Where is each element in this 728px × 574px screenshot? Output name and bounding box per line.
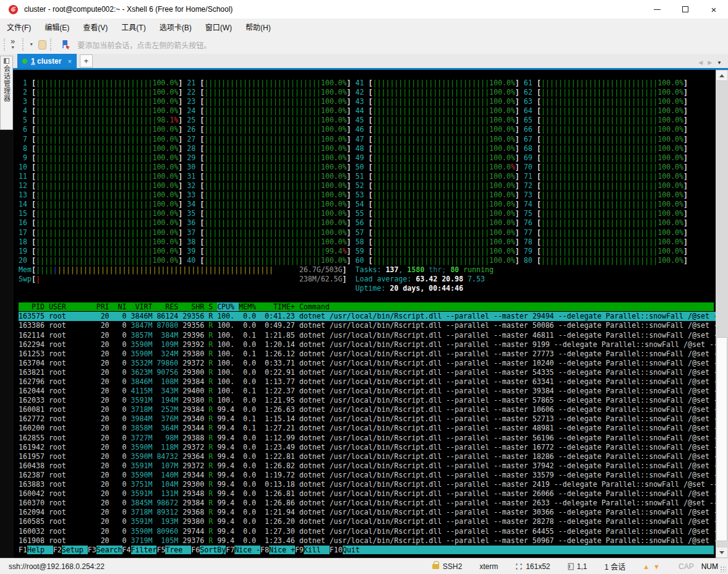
process-row[interactable]: 160585 root 20 0 3591M 193M 29380 R 99.4… <box>19 517 716 526</box>
menu-tab[interactable]: 选项卡(B) <box>153 19 199 35</box>
sort-column-header: CPU% <box>217 302 239 311</box>
new-tab-button[interactable]: + <box>80 54 93 67</box>
menu-help[interactable]: 帮助(H) <box>239 19 278 35</box>
connection-url: ssh://root@192.168.0.254:22 <box>9 562 105 571</box>
process-row[interactable]: 160042 root 20 0 3591M 131M 29348 R 99.4… <box>19 489 716 499</box>
tab-scroll-right-icon[interactable]: ▶ <box>708 59 712 66</box>
session-manager-side-tab[interactable]: 会话管理器 <box>0 56 13 130</box>
tab-bar: 1 cluster × + ◀ ▶ ▼ <box>0 54 728 70</box>
process-row[interactable]: 162855 root 20 0 3727M 98M 29388 R 99.4 … <box>19 434 716 443</box>
highlight-swatch-icon[interactable] <box>38 40 46 49</box>
lock-icon <box>432 564 439 569</box>
cpu-meter-row: 4 [|||||||||||||||||||||||||||100.0%] 24… <box>19 106 716 116</box>
process-row[interactable]: 162044 root 20 0 4115M 343M 29400 R 100.… <box>19 387 716 396</box>
cpu-meter-row: 15 [|||||||||||||||||||||||||||100.0%] 3… <box>19 209 716 218</box>
fkey-action: Nice + <box>269 546 295 554</box>
scrollbar-up-icon[interactable] <box>716 70 728 81</box>
process-row[interactable]: 163821 root 20 0 3623M 90756 29300 R 100… <box>19 368 716 377</box>
process-row[interactable]: 163386 root 20 0 3847M 87080 29356 R 100… <box>19 321 716 330</box>
cpu-meter-row: 7 [|||||||||||||||||||||||||||100.0%] 27… <box>19 135 716 144</box>
memory-meter-row: Mem[||||||||||||||||||||||||||||||||||||… <box>19 265 716 275</box>
fkey-action: SortBy <box>200 546 226 554</box>
terminal[interactable]: 1 [|||||||||||||||||||||||||||100.0%] 21… <box>14 70 716 558</box>
process-row[interactable]: 161908 root 20 0 3719M 105M 29376 R 99.4… <box>19 536 716 546</box>
process-row[interactable]: 161253 root 20 0 3590M 324M 29380 R 100.… <box>19 349 716 359</box>
close-button[interactable]: × <box>700 0 728 19</box>
cpu-meter-row: 17 [|||||||||||||||||||||||||||100.0%] 3… <box>19 228 716 238</box>
cpu-meter-row: 16 [|||||||||||||||||||||||||||100.0%] 3… <box>19 218 716 228</box>
fkey-label: F10 <box>330 546 343 554</box>
process-row[interactable]: 161942 root 20 0 3590M 118M 29372 R 99.4… <box>19 443 716 452</box>
tab-cluster[interactable]: 1 cluster × <box>17 54 77 68</box>
menu-tools[interactable]: 工具(T) <box>114 19 152 35</box>
process-row[interactable]: 162796 root 20 0 3846M 108M 29384 R 100.… <box>19 377 716 387</box>
fkey-label: F2 <box>53 546 62 554</box>
tab-scroll-left-icon[interactable]: ◀ <box>698 59 703 66</box>
caps-lock-indicator: CAP <box>679 562 694 571</box>
minimize-button[interactable] <box>643 0 671 19</box>
process-row[interactable]: 163704 root 20 0 3532M 79860 29372 R 100… <box>19 359 716 368</box>
terminal-type-label: xterm <box>479 562 498 571</box>
process-row[interactable]: 160081 root 20 0 3718M 252M 29384 R 99.4… <box>19 405 716 414</box>
menu-bar: 文件(F) 编辑(E) 查看(V) 工具(T) 选项卡(B) 窗口(W) 帮助(… <box>0 19 728 35</box>
cpu-meter-row: 19 [|||||||||||||||||||||||||||100.0%] 3… <box>19 247 716 256</box>
process-row[interactable]: 163883 root 20 0 3751M 104M 29300 R 99.4… <box>19 480 716 489</box>
blank-line <box>19 293 716 302</box>
swap-meter-row: Swp[| 238M/62.5G] Load average: 63.42 20… <box>19 275 716 284</box>
fkey-action: Tree <box>165 546 191 554</box>
scrollbar[interactable] <box>716 70 728 558</box>
cpu-meter-row: 11 [|||||||||||||||||||||||||||100.0%] 3… <box>19 172 716 181</box>
cpu-meter-row: 18 [|||||||||||||||||||||||||||100.0%] 3… <box>19 238 716 247</box>
scrollbar-thumb[interactable] <box>716 337 727 541</box>
terminal-size-label: 161x52 <box>526 562 550 571</box>
chevron-down-icon: ▼ <box>29 41 33 48</box>
process-row[interactable]: 161957 root 20 0 3590M 84732 29364 R 99.… <box>19 452 716 461</box>
panel-icon <box>4 58 9 64</box>
menu-edit[interactable]: 编辑(E) <box>38 19 76 35</box>
fkey-action: Nice - <box>234 546 260 554</box>
toolbar-hint-text: 要添加当前会话，点击左侧的箭头按钮。 <box>77 40 211 50</box>
process-row[interactable]: 162294 root 20 0 3590M 109M 29392 R 100.… <box>19 340 716 349</box>
toolbar-dropdown-button[interactable]: ▼ <box>25 41 37 48</box>
process-table-header: PID USER PRI NI VIRT RES SHR S CPU% MEM%… <box>19 302 716 312</box>
process-row[interactable]: 160032 root 20 0 3590M 80960 29744 R 99.… <box>19 527 716 536</box>
cpu-meter-row: 13 [|||||||||||||||||||||||||||100.0%] 3… <box>19 191 716 200</box>
tab-close-icon[interactable]: × <box>67 58 71 65</box>
process-row[interactable]: 160438 root 20 0 3591M 107M 29372 R 99.4… <box>19 461 716 471</box>
protocol-label: SSH2 <box>443 562 462 571</box>
left-margin <box>0 70 14 558</box>
toolbar-expand-button[interactable]: »▼ <box>7 38 19 51</box>
scroll-up-arrow-icon[interactable]: ▲ <box>643 563 649 570</box>
menu-file[interactable]: 文件(F) <box>0 19 38 35</box>
process-row[interactable]: 162094 root 20 0 3718M 89312 29368 R 99.… <box>19 508 716 517</box>
tab-list-dropdown-icon[interactable]: ▼ <box>717 60 722 66</box>
scroll-down-arrow-icon[interactable]: ▼ <box>653 563 660 570</box>
title-bar: cluster - root@compute002:~ - Xshell 6 (… <box>0 0 728 19</box>
cpu-meter-row: 8 [|||||||||||||||||||||||||||100.0%] 28… <box>19 144 716 153</box>
process-row[interactable]: 160200 root 20 0 3858M 364M 29344 R 99.4… <box>19 424 716 433</box>
fkey-action: Quit <box>343 546 369 554</box>
session-status-dot <box>22 59 27 64</box>
menu-view[interactable]: 查看(V) <box>76 19 114 35</box>
process-row[interactable]: 160370 root 20 0 3845M 98672 29384 R 99.… <box>19 499 716 508</box>
process-row[interactable]: 162772 root 20 0 3984M 376M 29340 R 99.4… <box>19 414 716 424</box>
process-row-selected[interactable]: 163575 root 20 0 3846M 86124 29356 R 100… <box>19 312 716 321</box>
fkey-action: Kill <box>304 546 330 554</box>
maximize-button[interactable] <box>671 0 700 19</box>
status-bar: ssh://root@192.168.0.254:22 SSH2 xterm 1… <box>0 558 728 574</box>
process-row[interactable]: 162033 root 20 0 3591M 194M 29380 R 100.… <box>19 396 716 405</box>
function-key-bar[interactable]: F1Help F2Setup F3SearchF4FilterF5Tree F6… <box>19 546 716 555</box>
main-area: 1 [|||||||||||||||||||||||||||100.0%] 21… <box>0 70 728 558</box>
fkey-action: Filter <box>131 546 157 554</box>
resize-grip[interactable] <box>720 566 726 572</box>
process-row[interactable]: 162387 root 20 0 3590M 140M 29344 R 99.4… <box>19 471 716 480</box>
process-row[interactable]: 162114 root 20 0 3857M 384M 29396 R 100.… <box>19 331 716 340</box>
scrollbar-down-icon[interactable] <box>716 547 728 558</box>
resize-icon <box>515 563 523 570</box>
cursor-position-icon <box>568 563 574 570</box>
cpu-meter-row: 3 [|||||||||||||||||||||||||||100.0%] 23… <box>19 97 716 106</box>
menu-window[interactable]: 窗口(W) <box>199 19 239 35</box>
fkey-label: F1 <box>19 546 27 554</box>
toolbar-grip <box>50 38 53 51</box>
cpu-meter-row: 10 [|||||||||||||||||||||||||||100.0%] 3… <box>19 163 716 172</box>
